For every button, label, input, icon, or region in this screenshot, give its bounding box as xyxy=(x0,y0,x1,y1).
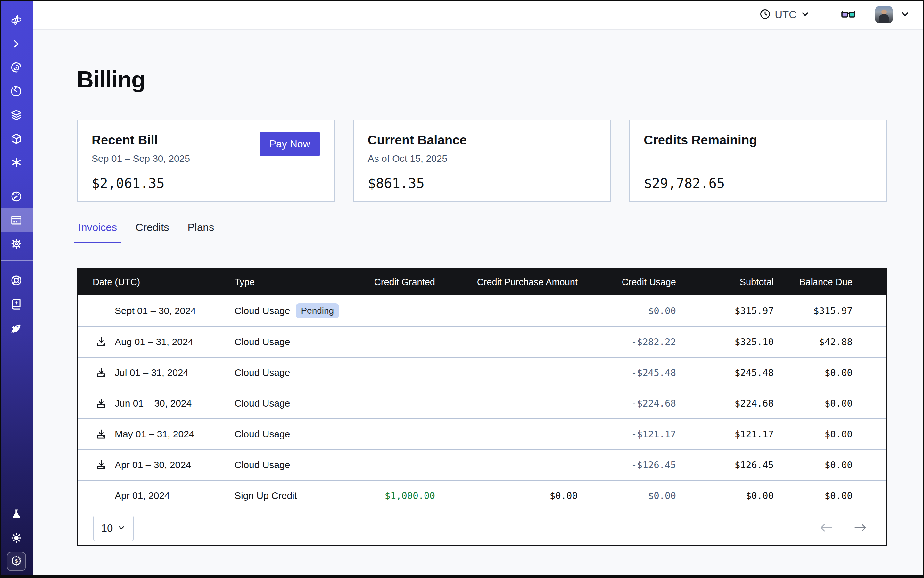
table-row[interactable]: Sept 01 – 30, 2024 Cloud Usage Pending $… xyxy=(78,295,886,326)
sidebar-item-functions[interactable] xyxy=(0,151,32,174)
rocket-icon xyxy=(10,321,23,334)
invoice-date: Apr 01, 2024 xyxy=(115,490,170,501)
download-invoice-icon[interactable] xyxy=(96,398,107,409)
table-row[interactable]: Jul 01 – 31, 2024 Cloud Usage -$245.48 $… xyxy=(78,357,886,388)
sidebar-item-getting-started[interactable] xyxy=(0,316,32,339)
sidebar-item-docs[interactable] xyxy=(0,292,32,316)
page-title: Billing xyxy=(77,66,924,93)
table-row[interactable]: Aug 01 – 31, 2024 Cloud Usage -$282.22 $… xyxy=(78,326,886,357)
sidebar-item-labs[interactable] xyxy=(0,502,32,526)
pay-now-button[interactable]: Pay Now xyxy=(260,132,320,156)
column-header-credit-granted: Credit Granted xyxy=(353,277,435,287)
timezone-selector[interactable]: UTC xyxy=(759,8,810,21)
sidebar-item-logo[interactable] xyxy=(0,8,32,32)
table-row[interactable]: May 01 – 31, 2024 Cloud Usage -$121.17 $… xyxy=(78,419,886,449)
invoice-type: Cloud Usage xyxy=(234,459,290,470)
sidebar-item-support[interactable] xyxy=(0,268,32,292)
book-sparkle-icon xyxy=(10,298,23,310)
history-clock-icon xyxy=(10,85,23,97)
balance-due-cell: $0.00 xyxy=(774,367,853,378)
invoice-type: Cloud Usage xyxy=(234,429,290,440)
credit-usage-cell: $0.00 xyxy=(578,305,676,316)
balance-due-cell: $0.00 xyxy=(774,490,853,501)
tab-invoices[interactable]: Invoices xyxy=(77,221,118,243)
chevron-down-icon xyxy=(801,9,810,20)
download-invoice-icon[interactable] xyxy=(96,336,107,347)
column-header-type: Type xyxy=(234,277,353,287)
sidebar-item-theme[interactable] xyxy=(0,526,32,550)
credit-usage-cell: -$224.68 xyxy=(578,398,676,409)
sun-icon xyxy=(10,532,23,544)
logo-icon xyxy=(10,14,23,26)
avatar[interactable] xyxy=(875,6,893,23)
download-invoice-icon[interactable] xyxy=(96,459,107,470)
page-size-select[interactable]: 10 xyxy=(93,516,133,541)
tab-credits[interactable]: Credits xyxy=(134,221,171,243)
account-menu-button[interactable] xyxy=(900,9,911,21)
sidebar: $ xyxy=(0,0,32,578)
invoice-date: Aug 01 – 31, 2024 xyxy=(115,336,193,347)
invoices-table: Date (UTC) Type Credit Granted Credit Pu… xyxy=(77,268,887,546)
balance-due-cell: $0.00 xyxy=(774,398,853,409)
cube-icon xyxy=(10,133,23,145)
gauge-icon xyxy=(10,190,23,203)
chevron-down-icon xyxy=(900,9,911,21)
sidebar-item-expand[interactable] xyxy=(0,32,32,56)
credit-granted-cell: $1,000.00 xyxy=(353,490,435,501)
invoice-date: Apr 01 – 30, 2024 xyxy=(115,459,191,470)
column-header-date: Date (UTC) xyxy=(78,277,234,287)
credits-remaining-card: Credits Remaining $29,782.65 xyxy=(629,120,887,201)
sidebar-item-billing[interactable] xyxy=(0,208,32,232)
timezone-label: UTC xyxy=(775,9,796,21)
table-header: Date (UTC) Type Credit Granted Credit Pu… xyxy=(78,268,886,295)
summary-cards: Recent Bill Sep 01 – Sep 30, 2025 $2,061… xyxy=(77,120,887,201)
status-badge: Pending xyxy=(296,304,339,318)
credit-purchase-cell: $0.00 xyxy=(435,490,578,501)
sidebar-item-history[interactable] xyxy=(0,80,32,103)
invoice-date: Jun 01 – 30, 2024 xyxy=(115,398,192,409)
reader-mode-button[interactable] xyxy=(841,8,856,22)
table-row[interactable]: Apr 01, 2024 Sign Up Credit $1,000.00 $0… xyxy=(78,480,886,511)
invoice-type: Cloud Usage xyxy=(234,336,290,347)
billing-tabs: Invoices Credits Plans xyxy=(77,221,887,243)
card-amount: $2,061.35 xyxy=(92,175,320,191)
table-footer: 10 xyxy=(78,511,886,546)
sidebar-item-usage[interactable] xyxy=(0,185,32,208)
sidebar-divider xyxy=(0,260,32,261)
sidebar-divider xyxy=(0,179,32,179)
flask-icon xyxy=(10,508,23,520)
asterisk-icon xyxy=(10,156,23,169)
download-invoice-icon[interactable] xyxy=(96,367,107,378)
invoice-date: Jul 01 – 31, 2024 xyxy=(115,367,188,378)
next-page-button[interactable] xyxy=(853,522,868,534)
spiral-icon xyxy=(10,62,23,74)
download-invoice-icon[interactable] xyxy=(96,429,107,440)
tab-plans[interactable]: Plans xyxy=(187,221,216,243)
table-row[interactable]: Apr 01 – 30, 2024 Cloud Usage -$126.45 $… xyxy=(78,449,886,480)
credit-usage-cell: $0.00 xyxy=(578,490,676,501)
table-body: Sept 01 – 30, 2024 Cloud Usage Pending $… xyxy=(78,295,886,511)
credit-usage-cell: -$121.17 xyxy=(578,429,676,440)
topbar: UTC xyxy=(32,0,924,30)
card-subtitle xyxy=(644,153,872,165)
pagination-controls xyxy=(818,522,868,534)
column-header-credit-usage: Credit Usage xyxy=(578,277,676,287)
sidebar-item-observability[interactable] xyxy=(0,56,32,80)
card-title: Current Balance xyxy=(368,133,596,148)
previous-page-button[interactable] xyxy=(818,522,833,534)
invoice-type: Cloud Usage xyxy=(234,367,290,378)
sidebar-item-settings[interactable] xyxy=(0,232,32,256)
sidebar-item-packages[interactable] xyxy=(0,127,32,151)
sidebar-item-pricing[interactable]: $ xyxy=(7,552,26,571)
glasses-icon xyxy=(841,8,856,22)
credit-usage-cell: -$245.48 xyxy=(578,367,676,378)
subtotal-cell: $121.17 xyxy=(676,429,774,440)
table-row[interactable]: Jun 01 – 30, 2024 Cloud Usage -$224.68 $… xyxy=(78,388,886,419)
balance-due-cell: $315.97 xyxy=(774,305,853,316)
card-title: Credits Remaining xyxy=(644,133,872,148)
sidebar-item-layers[interactable] xyxy=(0,103,32,127)
current-balance-card: Current Balance As of Oct 15, 2025 $861.… xyxy=(353,120,611,201)
column-header-subtotal: Subtotal xyxy=(676,277,774,287)
credit-usage-cell: -$282.22 xyxy=(578,336,676,347)
invoice-type: Cloud Usage xyxy=(234,398,290,409)
